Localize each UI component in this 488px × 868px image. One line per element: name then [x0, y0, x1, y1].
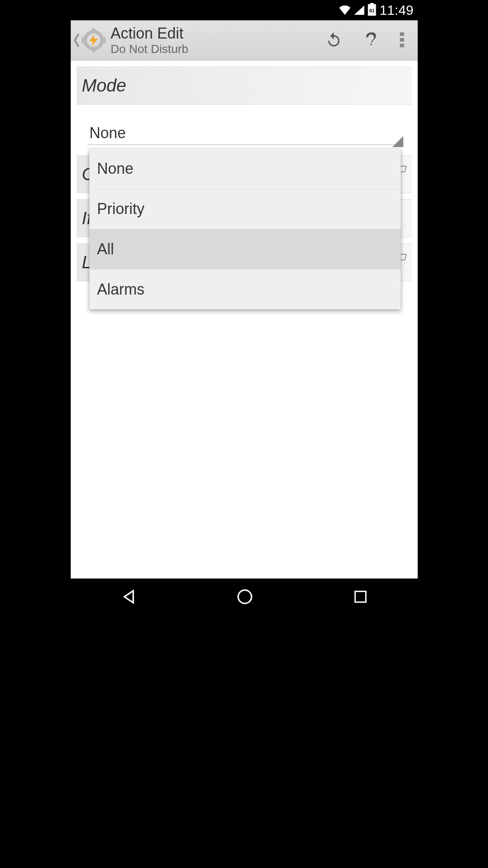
mode-dropdown-popup: None Priority All Alarms [89, 149, 401, 309]
dropdown-option-all[interactable]: All [89, 229, 401, 270]
battery-level: 81 [369, 8, 374, 13]
svg-rect-11 [400, 38, 404, 42]
cell-signal-icon [354, 6, 364, 15]
app-bar-actions [325, 31, 418, 50]
app-bar: Action Edit Do Not Disturb [71, 20, 418, 61]
back-button[interactable] [71, 33, 81, 48]
section-header-mode: Mode [77, 67, 412, 105]
svg-rect-10 [400, 32, 404, 36]
spinner-caret-icon [392, 136, 403, 147]
nav-home-icon[interactable] [236, 588, 254, 607]
app-bar-title: Action Edit [111, 25, 325, 42]
status-time: 11:49 [380, 3, 413, 18]
undo-icon[interactable] [325, 31, 342, 50]
battery-icon: 81 [368, 3, 376, 17]
status-bar: 81 11:49 [71, 0, 418, 20]
app-bar-titles: Action Edit Do Not Disturb [111, 25, 325, 56]
app-bar-subtitle: Do Not Disturb [111, 42, 325, 56]
svg-point-13 [238, 590, 252, 604]
app-logo-icon[interactable] [82, 28, 105, 52]
content-area: Mode None C ☐ If L ☐ None Priority All A… [71, 67, 418, 281]
svg-rect-12 [400, 44, 404, 47]
dropdown-option-alarms[interactable]: Alarms [89, 270, 401, 309]
nav-back-icon[interactable] [120, 588, 138, 607]
mode-spinner-value: None [89, 124, 126, 142]
navigation-bar [71, 579, 418, 617]
svg-rect-14 [355, 591, 366, 602]
device-frame: 81 11:49 [71, 0, 418, 617]
dropdown-option-priority[interactable]: Priority [89, 189, 401, 229]
overflow-menu-icon[interactable] [400, 31, 404, 50]
mode-spinner[interactable]: None [88, 122, 401, 145]
nav-recent-icon[interactable] [352, 589, 369, 606]
wifi-icon [339, 6, 351, 15]
dropdown-option-none[interactable]: None [89, 149, 401, 189]
mode-spinner-row: None [71, 105, 418, 149]
help-icon[interactable] [363, 31, 380, 50]
